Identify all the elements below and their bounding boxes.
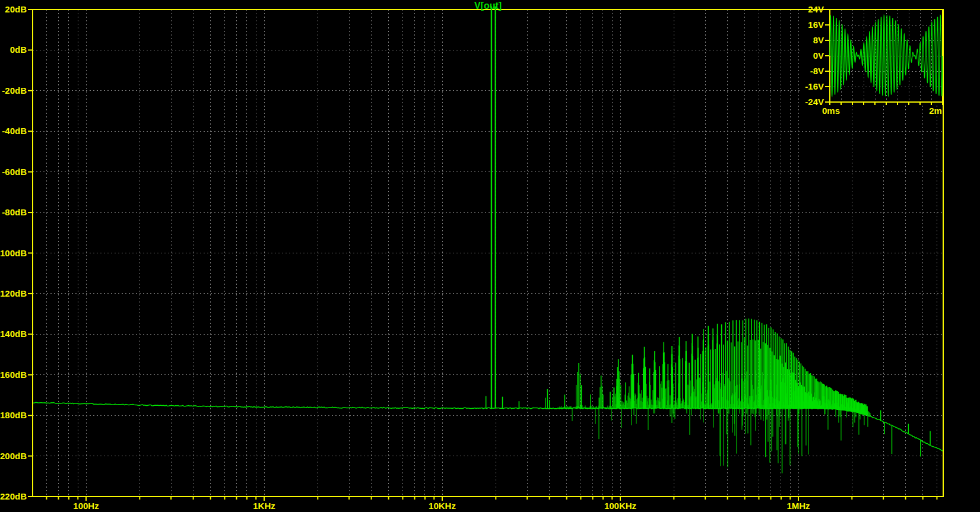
axis-labels: 20dB0dB-20dB-40dB-60dB-80dB-100dB-120dB-… <box>0 4 937 511</box>
y-axis-label: -60dB <box>2 167 27 177</box>
x-axis-label: 1KHz <box>253 501 275 511</box>
plot-title trace-name[interactable]: V[out] <box>474 1 502 11</box>
y-axis-label: 0dB <box>10 44 27 55</box>
fft-plot-canvas[interactable]: 20dB0dB-20dB-40dB-60dB-80dB-100dB-120dB-… <box>0 0 980 512</box>
inset-y-axis-label: 16V <box>808 20 824 30</box>
x-axis-label: 100Hz <box>73 501 99 511</box>
y-axis-label: -20dB <box>2 85 27 96</box>
inset-y-axis-label: 24V <box>808 4 824 14</box>
x-axis-label: 100KHz <box>604 501 636 511</box>
x-axis-label: 10KHz <box>429 501 456 511</box>
inset-y-axis-label: -24V <box>805 97 824 107</box>
inset-y-axis-label: -16V <box>805 81 824 91</box>
y-axis-label: -220dB <box>0 491 27 501</box>
y-axis-label: 20dB <box>5 4 27 14</box>
x-axis-label: 1MHz <box>786 501 810 511</box>
y-axis-label: -140dB <box>0 329 27 339</box>
inset-y-axis-label: -8V <box>810 66 824 76</box>
y-axis-label: -40dB <box>2 126 27 136</box>
inset-y-axis-label: 8V <box>813 35 824 45</box>
ltspice-plot-window: V[out] 20dB0dB-20dB-40dB-60dB-80dB-100dB… <box>0 0 980 512</box>
inset-x-axis-label: 0ms <box>822 106 840 116</box>
y-axis-label: -80dB <box>2 207 27 217</box>
y-axis-label: -180dB <box>0 410 27 420</box>
inset-y-axis-label: 0V <box>813 50 824 61</box>
y-axis-label: -100dB <box>0 248 27 258</box>
y-axis-label: -120dB <box>0 288 27 298</box>
inset-x-axis-label: 2m <box>929 106 942 116</box>
y-axis-label: -160dB <box>0 370 27 380</box>
y-axis-label: -200dB <box>0 451 27 461</box>
